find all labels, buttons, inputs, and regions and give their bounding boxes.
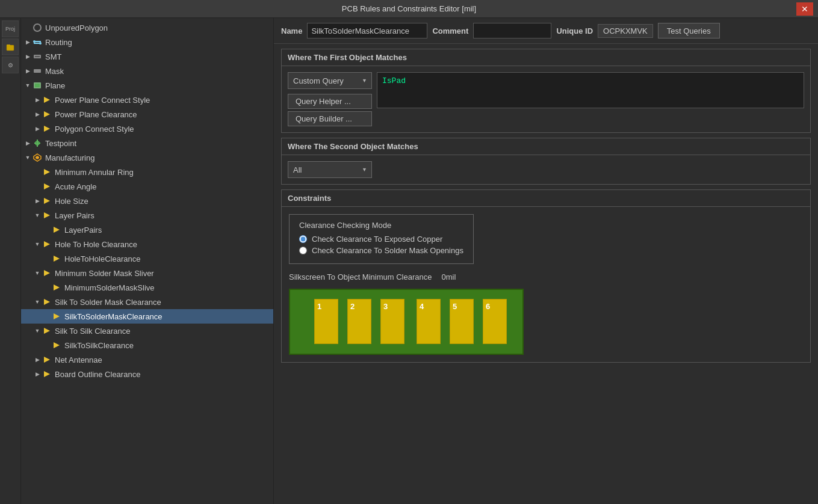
tree-arrow-hole-to-hole-clearance: ▼ xyxy=(33,240,42,248)
svg-marker-12 xyxy=(44,97,50,103)
file-icon[interactable] xyxy=(2,38,19,55)
tree-item-layerpairs[interactable]: LayerPairs xyxy=(21,223,273,237)
silkscreen-clearance-row: Silkscreen To Object Minimum Clearance 0… xyxy=(289,272,803,281)
tree-label-minimum-solder-mask-sliver: Minimum Solder Mask Sliver xyxy=(55,269,154,278)
tree-item-minimum-annular-ring[interactable]: Minimum Annular Ring xyxy=(21,165,273,179)
second-object-header: Where The Second Object Matches xyxy=(282,138,810,155)
gear-icon[interactable]: ⚙ xyxy=(2,57,19,73)
tree-item-smt[interactable]: ▶SMT xyxy=(21,49,273,64)
rule-icon xyxy=(42,325,52,336)
folder-icon xyxy=(6,43,14,51)
rule-icon xyxy=(42,210,52,221)
query-helper-button[interactable]: Query Helper ... xyxy=(288,94,372,109)
svg-point-6 xyxy=(39,42,42,45)
rule-icon xyxy=(42,167,52,177)
tree-item-silktosoldermaskclearance[interactable]: SilkToSolderMaskClearance xyxy=(21,309,273,324)
tree-item-polygon-connect-style[interactable]: ▶Polygon Connect Style xyxy=(21,121,273,136)
tree-label-holetoholeclearance: HoleToHoleClearance xyxy=(64,254,140,263)
second-query-type-select[interactable]: AllCustom QueryNetNet ClassLayer xyxy=(288,161,372,178)
tree-item-hole-to-hole-clearance[interactable]: ▼Hole To Hole Clearance xyxy=(21,237,273,251)
pcb-pad-1 xyxy=(314,299,338,344)
tree-label-power-plane-clearance: Power Plane Clearance xyxy=(55,110,137,119)
rule-icon xyxy=(42,354,52,365)
tree-item-routing[interactable]: ▶Routing xyxy=(21,35,273,49)
rule-icon xyxy=(42,268,52,278)
tree-arrow-testpoint: ▶ xyxy=(23,139,32,147)
second-query-type-wrap: AllCustom QueryNetNet ClassLayer xyxy=(288,161,372,178)
svg-marker-26 xyxy=(54,256,60,262)
tree-item-minimumsoldermaskslive[interactable]: MinimumSolderMaskSlive xyxy=(21,280,273,295)
tree-label-board-outline-clearance: Board Outline Clearance xyxy=(55,370,140,379)
unique-id-label: Unique ID xyxy=(556,26,593,35)
right-panel: Name Comment Unique ID OCPKXMVK Test Que… xyxy=(274,18,818,504)
tree-item-power-plane-connect-style[interactable]: ▶Power Plane Connect Style xyxy=(21,93,273,107)
exposed-copper-radio[interactable] xyxy=(299,235,307,243)
query-builder-button[interactable]: Query Builder ... xyxy=(288,111,372,126)
tree-label-unpouredpolygon: UnpouredPolygon xyxy=(45,23,108,32)
tree-item-testpoint[interactable]: ▶Testpoint xyxy=(21,136,273,150)
svg-rect-1 xyxy=(7,45,10,46)
circle-icon xyxy=(32,22,43,33)
tree-item-plane[interactable]: ▼Plane xyxy=(21,78,273,93)
window-title: PCB Rules and Constraints Editor [mil] xyxy=(22,4,796,13)
tree-item-silktosilkclearance[interactable]: SilkToSilkClearance xyxy=(21,338,273,352)
comment-input[interactable] xyxy=(473,23,551,38)
svg-marker-23 xyxy=(44,212,50,218)
subitem-icon xyxy=(42,123,52,134)
tree-item-net-antennae[interactable]: ▶Net Antennae xyxy=(21,352,273,367)
pcb-pad-4 xyxy=(417,299,441,344)
test-queries-button[interactable]: Test Queries xyxy=(658,23,720,38)
tree-item-power-plane-clearance[interactable]: ▶Power Plane Clearance xyxy=(21,107,273,121)
tree-scrollable[interactable]: UnpouredPolygon▶Routing▶SMT▶Mask▼Plane▶P… xyxy=(21,18,273,504)
svg-rect-9 xyxy=(34,69,41,73)
tree-label-manufacturing: Manufacturing xyxy=(45,153,95,162)
rule-icon xyxy=(51,224,62,235)
tree-arrow-unpouredpolygon xyxy=(23,23,32,32)
tree-label-layer-pairs: Layer Pairs xyxy=(55,211,95,220)
tree-item-unpouredpolygon[interactable]: UnpouredPolygon xyxy=(21,20,273,35)
name-input[interactable] xyxy=(307,23,427,38)
svg-marker-30 xyxy=(54,313,60,319)
project-icon[interactable]: Proj xyxy=(2,20,19,37)
tree-item-hole-size[interactable]: ▶Hole Size xyxy=(21,194,273,208)
svg-marker-32 xyxy=(54,342,60,348)
tree-item-manufacturing[interactable]: ▼Manufacturing xyxy=(21,150,273,165)
svg-marker-34 xyxy=(44,371,50,377)
tree-label-silktosilkclearance: SilkToSilkClearance xyxy=(64,341,134,350)
svg-marker-33 xyxy=(44,357,50,363)
first-query-row: Custom QueryAllNetNet ClassLayer Query H… xyxy=(288,72,804,126)
first-query-type-select[interactable]: Custom QueryAllNetNet ClassLayer xyxy=(288,72,372,89)
tree-arrow-layerpairs xyxy=(43,226,51,234)
close-button[interactable]: ✕ xyxy=(796,2,813,16)
unique-id-value: OCPKXMVK xyxy=(598,24,653,38)
constraints-body: Clearance Checking Mode Check Clearance … xyxy=(282,207,810,362)
svg-marker-22 xyxy=(44,198,50,204)
constraints-header: Constraints xyxy=(282,190,810,207)
first-object-header: Where The First Object Matches xyxy=(282,49,810,66)
tree-label-acute-angle: Acute Angle xyxy=(55,182,96,191)
tree-arrow-minimumsoldermaskslive xyxy=(43,283,51,292)
mask-icon xyxy=(32,66,43,76)
solder-mask-radio[interactable] xyxy=(299,247,307,254)
tree-item-minimum-solder-mask-sliver[interactable]: ▼Minimum Solder Mask Sliver xyxy=(21,266,273,280)
rule-icon xyxy=(51,282,62,293)
testpoint-icon xyxy=(32,138,43,149)
tree-item-silk-to-solder-mask-clearance[interactable]: ▼Silk To Solder Mask Clearance xyxy=(21,295,273,309)
tree-item-holetoholeclearance[interactable]: HoleToHoleClearance xyxy=(21,251,273,266)
tree-label-polygon-connect-style: Polygon Connect Style xyxy=(55,124,134,134)
right-content: Where The First Object Matches Custom Qu… xyxy=(274,44,818,504)
rule-icon xyxy=(42,239,52,250)
tree-item-mask[interactable]: ▶Mask xyxy=(21,64,273,78)
tree-item-layer-pairs[interactable]: ▼Layer Pairs xyxy=(21,208,273,223)
tree-label-net-antennae: Net Antennae xyxy=(55,355,102,364)
tree-item-silk-to-silk-clearance[interactable]: ▼Silk To Silk Clearance xyxy=(21,324,273,338)
name-bar: Name Comment Unique ID OCPKXMVK Test Que… xyxy=(274,18,818,44)
tree-item-board-outline-clearance[interactable]: ▶Board Outline Clearance xyxy=(21,367,273,381)
pcb-visualization: 123456 xyxy=(289,289,524,355)
tree-arrow-silk-to-silk-clearance: ▼ xyxy=(33,327,42,335)
tree-arrow-routing: ▶ xyxy=(23,38,32,46)
query-text-input[interactable] xyxy=(377,72,804,108)
tree-item-acute-angle[interactable]: Acute Angle xyxy=(21,179,273,194)
solder-mask-label: Check Clearance To Solder Mask Openings xyxy=(312,246,463,255)
rule-icon xyxy=(42,195,52,206)
